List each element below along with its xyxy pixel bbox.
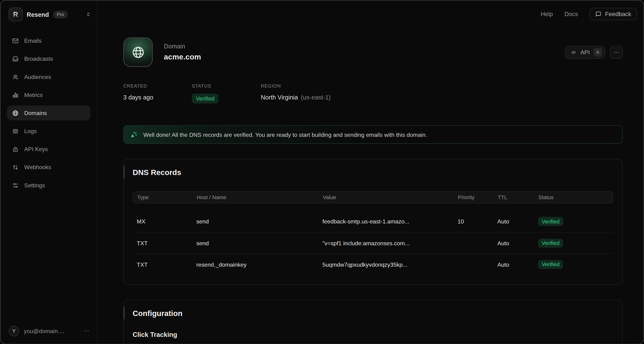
column-header-type: Type: [137, 194, 197, 200]
cell-type: TXT: [137, 240, 196, 246]
sidebar: R Resend Pro Emails: [0, 0, 97, 344]
cell-type: MX: [137, 218, 196, 225]
cell-status: Verified: [538, 217, 613, 226]
sidebar-item-label: Metrics: [24, 92, 43, 98]
resend-logo: R: [8, 7, 22, 21]
region-code: (us-east-1): [301, 94, 331, 100]
party-popper-icon: [130, 130, 138, 138]
cell-value: "v=spf1 include:amazonses.com...: [322, 240, 458, 246]
cell-ttl: Auto: [498, 218, 538, 225]
card-accent-bar: [123, 307, 125, 320]
app-window: R Resend Pro Emails: [0, 0, 644, 344]
globe-icon: [131, 45, 145, 59]
scaled-viewport: R Resend Pro Emails: [0, 0, 644, 344]
sidebar-item-label: Audiences: [24, 74, 51, 80]
help-link[interactable]: Help: [540, 11, 553, 17]
stat-value: Verified: [192, 94, 261, 104]
user-menu[interactable]: Y you@domain....: [0, 326, 97, 336]
card-accent-bar: [123, 166, 125, 178]
sliders-icon: [12, 182, 19, 189]
domain-meta: Domain acme.com: [164, 43, 201, 62]
bar-chart-icon: [12, 92, 19, 98]
section-title-configuration: Configuration: [133, 309, 613, 318]
workspace-switcher[interactable]: R Resend Pro: [0, 7, 97, 22]
mail-icon: [12, 37, 19, 44]
sidebar-item-metrics[interactable]: Metrics: [7, 88, 90, 102]
ellipsis-icon: [613, 49, 619, 55]
sidebar-item-label: Settings: [24, 182, 45, 188]
sidebar-item-logs[interactable]: Logs: [7, 124, 90, 138]
sidebar-item-label: Broadcasts: [24, 55, 53, 62]
banner-message: Well done! All the DNS records are verif…: [144, 131, 427, 138]
stat-label: STATUS: [192, 84, 261, 88]
keyboard-shortcut-badge: A: [594, 48, 602, 56]
rows-icon: [12, 128, 19, 134]
domain-globe-tile: [123, 37, 153, 67]
cell-host: resend._domainkey: [196, 261, 322, 268]
success-banner: Well done! All the DNS records are verif…: [123, 125, 622, 144]
avatar: Y: [8, 326, 19, 336]
dns-records-table: Type Host / Name Value Priority TTL Stat…: [133, 192, 613, 275]
header-actions: API A: [565, 46, 622, 58]
arrow-up-down-icon: [12, 164, 19, 170]
stat-value: North Virginia (us-east-1): [261, 94, 330, 100]
stat-created: CREATED 3 days ago: [123, 84, 192, 104]
cell-ttl: Auto: [498, 261, 538, 268]
region-name: North Virginia: [261, 94, 298, 100]
more-options-button[interactable]: [610, 46, 622, 58]
column-header-host: Host / Name: [197, 194, 323, 200]
table-header: Type Host / Name Value Priority TTL Stat…: [133, 192, 613, 204]
sidebar-item-label: Logs: [24, 128, 37, 134]
cell-host: send: [196, 218, 322, 225]
dns-records-card: DNS Records Type Host / Name Value Prior…: [123, 159, 622, 285]
status-badge: Verified: [538, 238, 563, 248]
user-email: you@domain....: [24, 328, 64, 334]
docs-link[interactable]: Docs: [564, 11, 578, 17]
config-item-click-tracking: Click Tracking: [133, 331, 613, 338]
sidebar-item-label: API Keys: [24, 146, 48, 152]
api-button[interactable]: API A: [565, 46, 605, 58]
cell-host: send: [196, 240, 322, 246]
ellipsis-icon[interactable]: [84, 328, 90, 334]
sidebar-item-settings[interactable]: Settings: [7, 178, 90, 193]
column-header-ttl: TTL: [498, 194, 538, 200]
stat-value: 3 days ago: [123, 94, 192, 100]
domain-page: Domain acme.com API A: [97, 20, 644, 344]
configuration-card: Configuration Click Tracking: [123, 300, 622, 344]
sidebar-item-label: Emails: [24, 37, 42, 44]
sidebar-item-webhooks[interactable]: Webhooks: [7, 160, 90, 175]
cell-status: Verified: [538, 260, 613, 269]
sidebar-item-domains[interactable]: Domains: [7, 106, 90, 120]
section-title-dns-records: DNS Records: [133, 168, 613, 177]
api-button-label: API: [580, 49, 590, 56]
table-body: MX send feedback-smtp.us-east-1.amazo...…: [133, 211, 613, 275]
lock-icon: [12, 146, 19, 152]
resend-logo-letter: R: [13, 11, 18, 18]
table-row: TXT resend._domainkey 5uqmdw7qpxudkyvdon…: [133, 254, 613, 275]
domain-label: Domain: [164, 43, 201, 50]
sidebar-item-emails[interactable]: Emails: [7, 33, 90, 48]
table-row: MX send feedback-smtp.us-east-1.amazo...…: [133, 211, 613, 232]
sidebar-item-broadcasts[interactable]: Broadcasts: [7, 51, 90, 66]
stat-label: CREATED: [123, 84, 192, 88]
feedback-button[interactable]: Feedback: [590, 8, 637, 20]
stat-label: REGION: [261, 84, 330, 88]
sidebar-nav: Emails Broadcasts: [0, 33, 97, 192]
topbar: Help Docs Feedback: [97, 0, 644, 20]
sidebar-item-audiences[interactable]: Audiences: [7, 70, 90, 84]
status-badge: Verified: [192, 94, 218, 104]
page-title: acme.com: [164, 52, 201, 62]
cell-type: TXT: [137, 261, 196, 268]
users-icon: [12, 74, 19, 80]
stat-region: REGION North Virginia (us-east-1): [261, 84, 330, 104]
sidebar-item-label: Domains: [24, 110, 47, 116]
cell-value: feedback-smtp.us-east-1.amazo...: [322, 218, 458, 225]
cell-value: 5uqmdw7qpxudkyvdonqzy35kp...: [322, 261, 458, 268]
sidebar-item-label: Webhooks: [24, 164, 52, 170]
sidebar-item-api-keys[interactable]: API Keys: [7, 142, 90, 156]
feedback-label: Feedback: [605, 11, 631, 17]
domain-stats: CREATED 3 days ago STATUS Verified REGIO…: [123, 84, 622, 104]
globe-icon: [12, 110, 19, 116]
column-header-priority: Priority: [458, 194, 498, 200]
status-badge: Verified: [538, 260, 563, 269]
